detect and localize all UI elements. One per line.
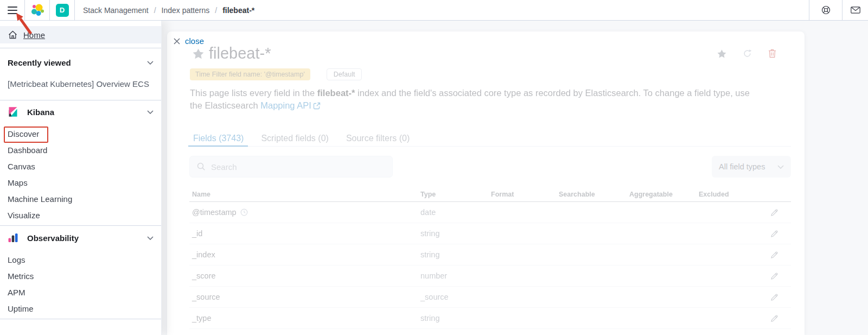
field-type-filter-label: All field types bbox=[719, 162, 765, 171]
favorite-star-icon[interactable] bbox=[193, 48, 204, 59]
field-aggregatable bbox=[629, 250, 699, 259]
field-type: number bbox=[420, 271, 491, 280]
fields-table: Name Type Format Searchable Aggregatable… bbox=[189, 187, 791, 329]
column-header-aggregatable: Aggregatable bbox=[629, 191, 699, 198]
column-header-excluded: Excluded bbox=[699, 191, 758, 198]
close-button[interactable]: close bbox=[174, 36, 204, 46]
section-kibana: Kibana DiscoverDashboardCanvasMapsMachin… bbox=[0, 104, 161, 224]
page-description: This page lists every field in the fileb… bbox=[190, 87, 754, 112]
close-label: close bbox=[185, 36, 204, 46]
edit-field-button[interactable] bbox=[770, 230, 778, 238]
chevron-down-icon[interactable] bbox=[147, 110, 154, 114]
sidebar-item-uptime[interactable]: Uptime bbox=[0, 301, 161, 317]
edit-field-button[interactable] bbox=[770, 208, 778, 217]
refresh-button[interactable] bbox=[743, 49, 752, 60]
field-searchable bbox=[559, 250, 629, 259]
deployment-button[interactable]: D bbox=[50, 0, 74, 20]
chevron-down-icon[interactable] bbox=[147, 61, 154, 65]
sidebar-item-metricbeat-kubernetes-overview-ecs[interactable]: [Metricbeat Kubernetes] Overview ECS bbox=[0, 76, 161, 92]
time-filter-badge: Time Filter field name: '@timestamp' bbox=[190, 68, 310, 80]
table-row-index: _indexstring bbox=[189, 244, 791, 266]
field-search bbox=[189, 156, 393, 178]
table-row-timestamp: @timestampdate bbox=[189, 202, 791, 223]
clock-icon bbox=[240, 208, 248, 216]
sidebar-item-logs[interactable]: Logs bbox=[0, 252, 161, 268]
observability-logo-icon bbox=[8, 232, 18, 243]
field-name: _source bbox=[189, 293, 420, 301]
sidebar-item-visualize[interactable]: Visualize bbox=[0, 207, 161, 224]
column-header-searchable: Searchable bbox=[559, 191, 629, 198]
sidebar-item-maps[interactable]: Maps bbox=[0, 175, 161, 191]
field-name: _index bbox=[189, 250, 420, 259]
sidebar-item-apm[interactable]: APM bbox=[0, 285, 161, 301]
field-name: @timestamp bbox=[189, 208, 420, 217]
sidebar-item-home[interactable]: Home bbox=[0, 26, 161, 43]
navigation-flyout: Home Recently viewed [Metricbeat Kuberne… bbox=[0, 21, 162, 335]
set-default-star-button[interactable] bbox=[717, 49, 726, 60]
field-type: string bbox=[420, 314, 491, 323]
pencil-icon bbox=[770, 314, 778, 323]
section-recently-viewed: Recently viewed [Metricbeat Kubernetes] … bbox=[0, 55, 161, 92]
help-button[interactable] bbox=[809, 0, 842, 20]
tab-source-filters[interactable]: Source filters (0) bbox=[346, 130, 410, 146]
edit-field-button[interactable] bbox=[770, 293, 778, 301]
breadcrumb-index-patterns[interactable]: Index patterns bbox=[162, 6, 210, 15]
sidebar-item-metrics[interactable]: Metrics bbox=[0, 268, 161, 285]
top-header: D Stack Management / Index patterns / fi… bbox=[0, 0, 868, 21]
sidebar-item-dashboard[interactable]: Dashboard bbox=[0, 142, 161, 159]
edit-field-button[interactable] bbox=[770, 251, 778, 259]
elastic-logo-icon bbox=[30, 4, 44, 17]
divider bbox=[0, 319, 161, 319]
field-aggregatable bbox=[629, 229, 699, 238]
table-row-source: _source_source bbox=[189, 287, 791, 308]
breadcrumb-current: filebeat-* bbox=[222, 6, 254, 15]
sidebar-item-machine-learning[interactable]: Machine Learning bbox=[0, 191, 161, 207]
field-aggregatable bbox=[629, 208, 699, 217]
mapping-api-link[interactable]: Mapping API bbox=[260, 100, 311, 110]
search-icon bbox=[197, 162, 206, 171]
table-row-type: _typestring bbox=[189, 308, 791, 329]
field-type-filter[interactable]: All field types bbox=[712, 156, 791, 178]
external-link-icon bbox=[313, 102, 321, 110]
pencil-icon bbox=[770, 293, 778, 301]
elastic-logo-button[interactable] bbox=[25, 0, 49, 20]
pencil-icon bbox=[770, 208, 778, 217]
field-name: _type bbox=[189, 314, 420, 323]
menu-button[interactable] bbox=[0, 0, 24, 20]
field-aggregatable bbox=[629, 314, 699, 323]
trash-icon bbox=[768, 49, 776, 58]
star-icon bbox=[718, 49, 726, 58]
newsfeed-button[interactable] bbox=[843, 0, 868, 20]
field-searchable bbox=[559, 314, 629, 323]
section-title: Kibana bbox=[27, 108, 54, 117]
envelope-icon bbox=[851, 7, 860, 14]
delete-button[interactable] bbox=[768, 49, 776, 60]
section-title: Recently viewed bbox=[8, 58, 71, 67]
search-input[interactable] bbox=[211, 162, 385, 172]
field-searchable bbox=[559, 229, 629, 238]
chevron-down-icon[interactable] bbox=[147, 236, 154, 240]
section-observability: Observability LogsMetricsAPMUptime bbox=[0, 230, 161, 317]
chevron-down-icon bbox=[777, 165, 784, 169]
breadcrumb-separator: / bbox=[215, 6, 217, 15]
table-row-score: _scorenumber bbox=[189, 266, 791, 287]
breadcrumb-separator: / bbox=[154, 6, 156, 15]
divider bbox=[0, 225, 161, 226]
index-pattern-panel: close filebeat-* bbox=[167, 31, 805, 335]
column-header-format: Format bbox=[491, 191, 559, 198]
tab-scripted-fields[interactable]: Scripted fields (0) bbox=[261, 130, 329, 146]
life-buoy-icon bbox=[821, 5, 831, 15]
field-searchable bbox=[559, 208, 629, 217]
sidebar-item-canvas[interactable]: Canvas bbox=[0, 159, 161, 175]
edit-field-button[interactable] bbox=[770, 314, 778, 323]
field-name: _score bbox=[189, 271, 420, 280]
pencil-icon bbox=[770, 272, 778, 280]
index-name: filebeat-* bbox=[317, 88, 355, 98]
field-type: string bbox=[420, 250, 491, 259]
tab-fields[interactable]: Fields (3743) bbox=[193, 130, 244, 146]
sidebar-item-discover[interactable]: Discover bbox=[0, 126, 161, 142]
breadcrumb-stack-management[interactable]: Stack Management bbox=[83, 6, 149, 15]
close-icon bbox=[174, 38, 180, 45]
hamburger-icon bbox=[8, 7, 17, 14]
edit-field-button[interactable] bbox=[770, 272, 778, 280]
